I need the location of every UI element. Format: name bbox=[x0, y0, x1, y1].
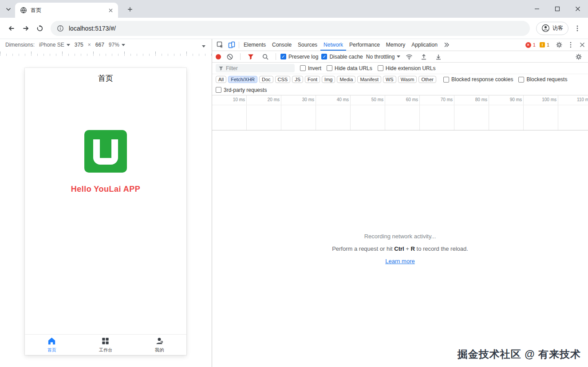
empty-state-title: Recording network activity... bbox=[332, 230, 468, 243]
url-text: localhost:5173/#/ bbox=[69, 25, 116, 32]
profile-button[interactable]: 访客 bbox=[536, 22, 568, 35]
issues-counter[interactable]: ! 1 bbox=[540, 42, 549, 47]
type-chip-fetch-xhr[interactable]: Fetch/XHR bbox=[228, 76, 257, 83]
profile-label: 访客 bbox=[552, 24, 563, 32]
blocked-response-cookies-checkbox[interactable]: Blocked response cookies bbox=[443, 76, 513, 83]
devtools-tab-memory[interactable]: Memory bbox=[383, 39, 408, 51]
tabbar-item-home[interactable]: 首页 bbox=[25, 335, 79, 355]
filter-input-box[interactable] bbox=[216, 64, 295, 72]
type-chip-font[interactable]: Font bbox=[305, 76, 320, 83]
hide-data-urls-checkbox[interactable]: Hide data URLs bbox=[327, 65, 372, 71]
devtools-settings-button[interactable] bbox=[553, 39, 565, 51]
timeline-tick: 40 ms bbox=[316, 95, 351, 130]
device-select[interactable]: iPhone SE bbox=[39, 42, 70, 48]
type-chip-manifest[interactable]: Manifest bbox=[357, 76, 381, 83]
preserve-log-checkbox[interactable]: Preserve log bbox=[280, 54, 318, 60]
type-chip-img[interactable]: Img bbox=[322, 76, 335, 83]
third-party-requests-checkbox[interactable]: 3rd-party requests bbox=[216, 87, 267, 93]
learn-more-link[interactable]: Learn more bbox=[385, 258, 414, 264]
window-minimize-button[interactable] bbox=[527, 0, 547, 18]
times-label: × bbox=[88, 42, 91, 48]
close-icon bbox=[109, 8, 113, 12]
import-har-button[interactable] bbox=[418, 51, 430, 62]
window-close-button[interactable] bbox=[568, 0, 588, 18]
tabbar-item-workbench[interactable]: 工作台 bbox=[79, 335, 132, 355]
throttling-select[interactable]: No throttling bbox=[366, 54, 401, 60]
device-emulation-pane: Dimensions: iPhone SE 375 × 667 97% 首页 bbox=[0, 39, 212, 367]
devtools-tab-network[interactable]: Network bbox=[320, 39, 346, 51]
device-toolbar-toggle-button[interactable] bbox=[226, 39, 237, 51]
record-button[interactable] bbox=[216, 54, 221, 59]
chevron-down-icon bbox=[397, 55, 400, 58]
upload-icon bbox=[420, 53, 427, 60]
back-button[interactable] bbox=[4, 21, 19, 36]
disable-cache-checkbox[interactable]: Disable cache bbox=[321, 54, 363, 60]
network-overview-timeline: 10 ms 20 ms 30 ms 40 ms 50 ms 60 ms 70 m… bbox=[212, 95, 588, 130]
tabbar-item-mine[interactable]: 我的 bbox=[133, 335, 186, 355]
window-maximize-button[interactable] bbox=[547, 0, 568, 18]
issue-count: 1 bbox=[547, 42, 549, 47]
devtools-menu-button[interactable] bbox=[565, 39, 576, 51]
type-chip-wasm[interactable]: Wasm bbox=[398, 76, 417, 83]
type-chip-ws[interactable]: WS bbox=[383, 76, 396, 83]
site-info-icon[interactable] bbox=[57, 25, 64, 32]
app-tabbar: 首页 工作台 我的 bbox=[25, 334, 186, 355]
network-settings-button[interactable] bbox=[573, 51, 584, 62]
devtools-close-button[interactable] bbox=[576, 39, 588, 51]
blocked-requests-checkbox[interactable]: Blocked requests bbox=[518, 76, 567, 83]
devtools-tab-sources[interactable]: Sources bbox=[295, 39, 320, 51]
tabbar-label: 首页 bbox=[47, 347, 56, 353]
main-area: Dimensions: iPhone SE 375 × 667 97% 首页 bbox=[0, 39, 588, 367]
issue-icon: ! bbox=[540, 42, 545, 47]
zoom-select[interactable]: 97% bbox=[109, 42, 125, 48]
checkbox-icon bbox=[327, 65, 332, 71]
funnel-icon bbox=[247, 53, 254, 60]
type-chip-media[interactable]: Media bbox=[337, 76, 355, 83]
tabbar-label: 工作台 bbox=[99, 347, 112, 353]
tab-close-button[interactable] bbox=[107, 7, 114, 14]
device-viewport: 首页 Hello YouLai APP 首页 工作台 bbox=[25, 68, 186, 355]
devtools-tab-application[interactable]: Application bbox=[408, 39, 441, 51]
network-search-button[interactable] bbox=[260, 51, 271, 62]
kebab-menu-icon bbox=[574, 25, 581, 32]
device-toolbar-more-button[interactable] bbox=[202, 43, 205, 49]
omnibox[interactable]: localhost:5173/#/ bbox=[51, 21, 530, 36]
device-width-input[interactable]: 375 bbox=[75, 42, 83, 48]
filter-toggle-button[interactable] bbox=[245, 51, 257, 62]
devtools-tab-console[interactable]: Console bbox=[269, 39, 295, 51]
timeline-tick: 60 ms bbox=[385, 95, 420, 130]
filter-input[interactable] bbox=[226, 65, 288, 71]
devtools-tab-performance[interactable]: Performance bbox=[346, 39, 383, 51]
hide-extension-urls-checkbox[interactable]: Hide extension URLs bbox=[378, 65, 436, 71]
type-chip-js[interactable]: JS bbox=[292, 76, 303, 83]
empty-state: Recording network activity... Perform a … bbox=[332, 230, 468, 268]
type-chip-all[interactable]: All bbox=[216, 76, 226, 83]
new-tab-button[interactable] bbox=[125, 4, 135, 14]
type-chip-other[interactable]: Other bbox=[418, 76, 436, 83]
empty-state-hint: Perform a request or hit Ctrl + R to rec… bbox=[332, 243, 468, 255]
tab-search-button[interactable] bbox=[4, 6, 12, 13]
invert-checkbox[interactable]: Invert bbox=[300, 65, 321, 71]
device-height-input[interactable]: 667 bbox=[95, 42, 104, 48]
export-har-button[interactable] bbox=[433, 51, 444, 62]
error-icon: × bbox=[525, 42, 531, 48]
more-tabs-button[interactable] bbox=[441, 39, 452, 51]
separator bbox=[276, 53, 276, 60]
window-controls bbox=[527, 0, 588, 18]
devtools-tab-elements[interactable]: Elements bbox=[241, 39, 269, 51]
browser-tab[interactable]: 首页 bbox=[15, 3, 118, 18]
network-conditions-button[interactable] bbox=[403, 51, 415, 62]
type-chip-css[interactable]: CSS bbox=[275, 76, 291, 83]
type-chip-doc[interactable]: Doc bbox=[259, 76, 273, 83]
error-counter[interactable]: × 1 bbox=[525, 42, 536, 48]
network-request-area: Recording network activity... Perform a … bbox=[212, 130, 588, 367]
clear-button[interactable] bbox=[224, 51, 236, 62]
checkbox-icon bbox=[300, 65, 306, 71]
minimize-icon bbox=[534, 6, 540, 12]
reload-button[interactable] bbox=[33, 21, 47, 36]
globe-icon bbox=[20, 7, 27, 14]
device-name: iPhone SE bbox=[39, 42, 64, 48]
browser-menu-button[interactable] bbox=[571, 22, 584, 35]
inspect-element-button[interactable] bbox=[214, 39, 226, 51]
forward-button[interactable] bbox=[19, 21, 33, 36]
